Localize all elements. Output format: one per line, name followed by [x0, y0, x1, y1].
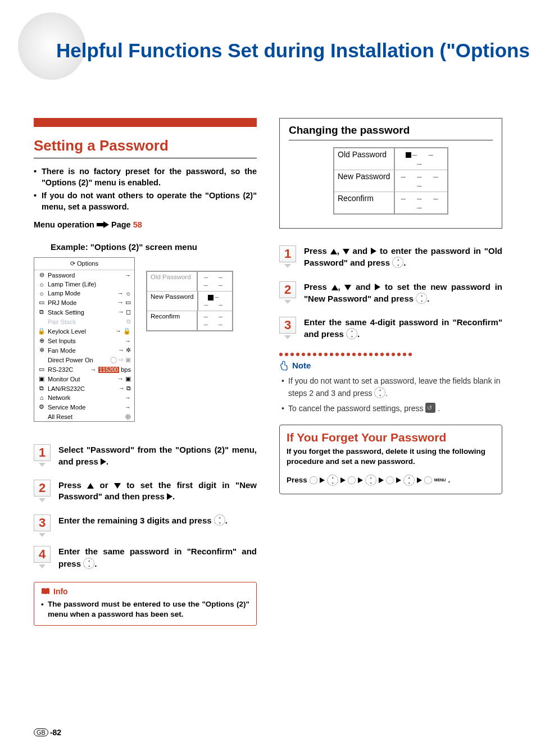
step-right-3: 3 Enter the same 4-digit password in "Re…: [279, 317, 502, 340]
arrow-icon: [358, 477, 363, 483]
enter-button-icon: [346, 328, 357, 339]
enter-button-icon: [374, 387, 385, 398]
right-arrow-icon: [101, 458, 106, 465]
step-right-1: 1 Press , and to enter the password in "…: [279, 245, 502, 269]
note-bullet-2: To cancel the password settings, press .: [279, 403, 502, 415]
step-number: 3: [34, 514, 51, 531]
hand-icon: [279, 361, 289, 371]
down-button-icon: [348, 476, 356, 484]
page-number: -82: [50, 728, 61, 737]
arrow-icon: [417, 477, 422, 483]
section-divider-bar: [34, 118, 257, 127]
rs232c-value: 115200: [98, 367, 119, 373]
menu-item: Password: [48, 272, 122, 279]
note-bullet-1: If you do not want to set a password, le…: [279, 375, 502, 399]
menu-item: Lamp Timer (Life): [48, 281, 129, 288]
pw-old-label: Old Password: [334, 148, 395, 170]
step-number: 2: [34, 480, 51, 497]
step-4: 4 Enter the same password in "Reconfirm"…: [34, 546, 257, 570]
menu-item: Fan Mode: [48, 347, 116, 354]
menu-item: Service Mode: [48, 404, 122, 411]
up-arrow-icon: [87, 483, 94, 489]
page-ref-number: 58: [133, 220, 142, 229]
step-2: 2 Press or to set the first digit in "Ne…: [34, 480, 257, 503]
undo-button-icon: [425, 403, 435, 413]
menu-item: Stack Setting: [48, 309, 116, 316]
down-arrow-icon: [114, 483, 121, 489]
enter-button-icon: [327, 475, 338, 486]
down-button-icon: [386, 476, 394, 484]
note-label: Note: [292, 361, 311, 370]
right-arrow-icon: [371, 248, 376, 254]
arrow-icon: [97, 221, 109, 230]
menu-item: Keylock Level: [48, 328, 113, 335]
step-3: 3 Enter the remaining 3 digits and press…: [34, 514, 257, 534]
enter-button-icon: [416, 293, 427, 304]
enter-button-icon: [83, 558, 94, 569]
enter-button-icon: [392, 257, 403, 268]
pw-re-label: Reconfirm: [334, 192, 395, 213]
press-label: Press: [287, 476, 307, 484]
menu-item: Network: [48, 394, 122, 401]
menu-operation-ref: Menu operation Page 58: [34, 220, 257, 230]
right-arrow-icon: [375, 284, 380, 290]
menu-item-disabled: Pair Stack: [48, 318, 124, 325]
step-number: 1: [34, 444, 51, 461]
example-label: Example: "Options (2)" screen menu: [51, 242, 257, 252]
right-arrow-icon: [167, 493, 172, 500]
menu-item: Monitor Out: [48, 376, 115, 382]
note-bullets: If you do not want to set a password, le…: [279, 375, 502, 415]
note-header: Note: [279, 361, 502, 371]
step-number: 2: [279, 281, 296, 298]
down-arrow-icon: [343, 249, 349, 254]
page-title: Helpful Functions Set during Installatio…: [56, 39, 502, 62]
menu-item: PRJ Mode: [48, 299, 115, 306]
step-1: 1 Select "Password" from the "Options (2…: [34, 444, 257, 467]
forget-body: If you forget the password, delete it us…: [287, 447, 495, 467]
menu-item: All Reset: [48, 413, 123, 420]
menu-item: Set Inputs: [48, 338, 122, 344]
step-right-2: 2 Press , and to set the new password in…: [279, 281, 502, 305]
svg-marker-0: [97, 221, 109, 228]
password-dialog-small: Old Password– – – – New Password– – – Re…: [146, 271, 233, 331]
info-bullet: The password must be entered to use the …: [41, 599, 249, 620]
menu-item: Lamp Mode: [48, 290, 115, 297]
menu-button-icon: [424, 476, 432, 484]
options-menu-screenshot: ⟳ Options ⊖Password→ ☼Lamp Timer (Life) …: [34, 257, 135, 422]
arrow-icon: [379, 477, 384, 483]
menu-op-prefix: Menu operation: [34, 220, 94, 229]
arrow-icon: [340, 477, 346, 483]
pw-new-label: New Password: [147, 292, 198, 311]
arrow-icon: [396, 477, 401, 483]
page-label: Page: [111, 220, 133, 229]
changing-password-title: Changing the password: [289, 124, 493, 140]
note-separator: [279, 353, 502, 356]
pw-old-label: Old Password: [147, 272, 198, 291]
down-arrow-icon: [344, 285, 351, 290]
enter-button-icon: [403, 475, 415, 486]
enter-button-icon: [214, 514, 225, 526]
changing-password-box: Changing the password Old Password– – – …: [279, 118, 502, 229]
enter-button-icon: [365, 475, 376, 486]
step-number: 3: [279, 317, 296, 334]
menu-item: RS-232C: [48, 366, 88, 373]
menu-item: LAN/RS232C: [48, 385, 116, 392]
intro-bullet-2: If you do not want others to operate the…: [34, 190, 257, 212]
up-arrow-icon: [330, 249, 337, 254]
pw-re-label: Reconfirm: [147, 311, 198, 330]
arrow-icon: [320, 477, 325, 483]
forget-password-box: If You Forget Your Password If you forge…: [279, 425, 502, 494]
info-label: Info: [53, 587, 68, 596]
password-dialog-large: Old Password– – – New Password– – – – Re…: [333, 147, 448, 215]
page-footer: GB-82: [34, 728, 61, 737]
pw-new-label: New Password: [334, 170, 395, 192]
book-icon: [41, 588, 50, 595]
step-number: 1: [279, 245, 296, 262]
forget-sequence: Press MENU .: [287, 475, 495, 486]
info-box: Info The password must be entered to use…: [34, 582, 257, 626]
forget-title: If You Forget Your Password: [287, 431, 495, 444]
intro-bullets: There is no factory preset for the passw…: [34, 166, 257, 212]
up-arrow-icon: [331, 285, 338, 290]
down-button-icon: [310, 476, 317, 484]
menu-item: Direct Power On: [48, 357, 108, 363]
